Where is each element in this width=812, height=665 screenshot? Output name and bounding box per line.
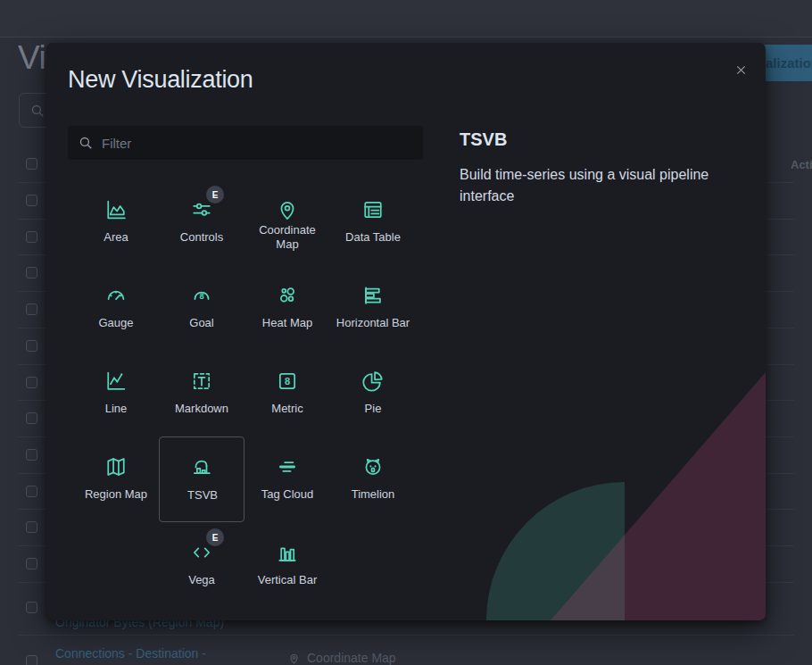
- vis-type-label: TSVB: [162, 480, 244, 511]
- modal-title: New Visualization: [68, 66, 253, 94]
- vis-type-gauge[interactable]: Gauge: [73, 265, 159, 351]
- vis-type-tag-cloud[interactable]: Tag Cloud: [244, 436, 330, 522]
- vis-type-label: Coordinate Map: [246, 222, 328, 253]
- search-icon: [79, 136, 94, 151]
- row-checkbox[interactable]: [26, 267, 37, 278]
- row-checkbox[interactable]: [26, 303, 37, 315]
- vis-type-label: Heat Map: [246, 308, 328, 338]
- table-row: Connections - Destination - Coordinate M…: [18, 635, 794, 665]
- row-checkbox[interactable]: [26, 602, 37, 613]
- vis-type-pie[interactable]: Pie: [330, 351, 416, 436]
- top-navigation-bar: [0, 0, 812, 37]
- selected-type-name: TSVB: [460, 129, 745, 150]
- vis-type-heat-map[interactable]: Heat Map: [244, 265, 330, 351]
- page-title: Vi: [18, 39, 46, 77]
- svg-text:8: 8: [285, 376, 290, 387]
- vis-type-controls[interactable]: EControls: [159, 179, 244, 265]
- vis-type-horizontal-bar[interactable]: Horizontal Bar: [330, 265, 416, 351]
- tsvb-icon: [189, 454, 214, 479]
- new-visualization-modal: New Visualization AreaEControlsCoordinat…: [46, 43, 766, 620]
- row-checkbox[interactable]: [26, 558, 37, 569]
- filter-field: [68, 126, 423, 161]
- vis-type-label: Horizontal Bar: [332, 308, 414, 338]
- vis-type-vertical-bar[interactable]: Vertical Bar: [244, 522, 330, 608]
- vis-type-metric[interactable]: 8Metric: [244, 351, 330, 436]
- metric-icon: 8: [275, 369, 300, 394]
- gauge-icon: [104, 283, 128, 308]
- vis-type-line[interactable]: Line: [73, 351, 159, 436]
- row-checkbox[interactable]: [26, 449, 37, 461]
- tag-cloud-icon: [275, 454, 300, 479]
- screen: Vi alization Acti Originator Bytes (Regi…: [0, 0, 812, 665]
- close-button[interactable]: [728, 57, 753, 82]
- pie-icon: [360, 369, 385, 394]
- vis-type-label: Tag Cloud: [246, 479, 328, 510]
- row-checkbox[interactable]: [26, 231, 37, 243]
- heat-map-icon: [275, 283, 300, 308]
- selection-panel: TSVB Build time-series using a visual pi…: [460, 129, 745, 207]
- vis-type-coordinate-map[interactable]: Coordinate Map: [244, 179, 330, 265]
- actions-column-header: Acti: [791, 158, 812, 171]
- line-icon: [104, 369, 128, 394]
- vis-type-cell: Coordinate Map: [287, 651, 396, 665]
- markdown-icon: [189, 369, 214, 394]
- vertical-bar-icon: [275, 540, 300, 565]
- vis-type-label: Vega: [161, 565, 243, 595]
- vis-type-label: Line: [75, 394, 157, 424]
- timelion-icon: [360, 454, 385, 479]
- row-checkbox[interactable]: [26, 521, 37, 533]
- vis-type-label: Pie: [332, 394, 414, 424]
- row-checkbox[interactable]: [26, 655, 37, 665]
- data-table-icon: [360, 197, 385, 222]
- vis-type-region-map[interactable]: Region Map: [73, 436, 159, 522]
- vis-type-label: Goal: [161, 308, 243, 338]
- row-checkbox[interactable]: [26, 412, 37, 424]
- vis-type-goal[interactable]: 8Goal: [159, 265, 244, 351]
- vis-type-area[interactable]: Area: [73, 179, 159, 265]
- create-new-visualization-button[interactable]: alization: [758, 45, 812, 81]
- horizontal-bar-icon: [360, 283, 385, 308]
- vis-type-label: Vertical Bar: [246, 565, 328, 595]
- experimental-badge: E: [206, 186, 224, 204]
- vis-type-label: Area: [75, 222, 157, 253]
- vis-type-grid: AreaEControlsCoordinate MapData TableGau…: [72, 179, 417, 608]
- selected-type-description: Build time-series using a visual pipelin…: [460, 164, 727, 207]
- region-map-icon: [104, 454, 128, 479]
- row-checkbox[interactable]: [26, 486, 37, 497]
- area-icon: [104, 197, 128, 222]
- vis-type-label: Timelion: [332, 479, 414, 510]
- close-icon: [734, 63, 748, 77]
- filter-input[interactable]: [102, 126, 416, 161]
- search-icon: [30, 104, 46, 119]
- vis-type-data-table[interactable]: Data Table: [330, 179, 416, 265]
- vis-type-vega[interactable]: EVega: [159, 522, 244, 608]
- coordinate-map-icon: [275, 197, 300, 222]
- vis-type-markdown[interactable]: Markdown: [159, 351, 244, 436]
- saved-vis-link[interactable]: Connections - Destination -: [55, 646, 206, 661]
- svg-text:8: 8: [199, 292, 203, 301]
- vis-type-cell-label: Coordinate Map: [307, 651, 396, 665]
- vis-type-label: Markdown: [161, 394, 243, 424]
- row-checkbox[interactable]: [26, 377, 37, 388]
- coordinate-map-icon: [287, 652, 301, 665]
- goal-icon: 8: [189, 283, 214, 308]
- vis-type-label: Region Map: [75, 479, 157, 510]
- vis-type-tsvb[interactable]: TSVB: [159, 436, 244, 522]
- vis-type-label: Controls: [161, 222, 243, 253]
- vis-type-label: Metric: [246, 394, 328, 424]
- select-all-checkbox[interactable]: [26, 158, 37, 170]
- row-checkbox[interactable]: [26, 195, 37, 206]
- row-checkbox[interactable]: [26, 340, 37, 352]
- vis-type-label: Gauge: [75, 308, 157, 338]
- vis-type-timelion[interactable]: Timelion: [330, 436, 416, 522]
- vis-type-label: Data Table: [332, 222, 414, 253]
- experimental-badge: E: [206, 528, 224, 546]
